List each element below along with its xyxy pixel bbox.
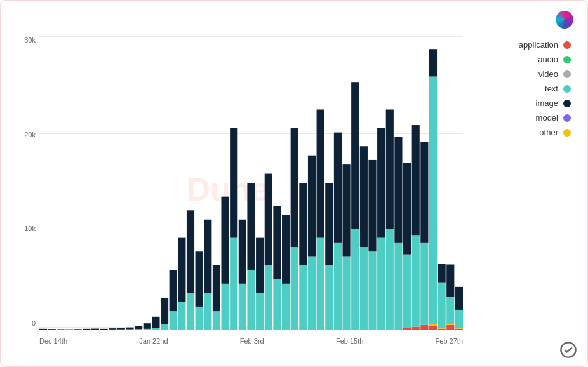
svg-rect-27 bbox=[187, 210, 194, 293]
svg-rect-41 bbox=[247, 183, 255, 270]
svg-rect-85 bbox=[429, 326, 437, 330]
svg-rect-24 bbox=[178, 302, 185, 330]
svg-rect-68 bbox=[368, 251, 376, 330]
svg-rect-49 bbox=[282, 215, 290, 284]
svg-rect-29 bbox=[196, 251, 203, 307]
svg-rect-62 bbox=[343, 257, 351, 330]
svg-rect-15 bbox=[135, 326, 142, 329]
svg-rect-63 bbox=[343, 164, 351, 256]
svg-rect-99 bbox=[455, 310, 463, 328]
legend-label-image: image bbox=[536, 98, 558, 108]
x-axis: Dec 14th Jan 22nd Feb 3rd Feb 15th Feb 2… bbox=[39, 337, 463, 345]
svg-rect-21 bbox=[161, 298, 168, 324]
legend-item-image: image bbox=[476, 98, 571, 108]
legend-dot-other bbox=[563, 129, 571, 137]
svg-rect-91 bbox=[438, 283, 446, 328]
svg-rect-25 bbox=[178, 238, 185, 302]
svg-rect-84 bbox=[420, 142, 428, 243]
svg-rect-48 bbox=[282, 284, 290, 330]
svg-rect-53 bbox=[299, 183, 307, 265]
svg-rect-22 bbox=[170, 311, 177, 330]
svg-rect-80 bbox=[412, 235, 420, 326]
legend-label-application: application bbox=[519, 40, 558, 50]
svg-rect-38 bbox=[239, 284, 246, 330]
svg-rect-18 bbox=[152, 328, 159, 330]
chart-header bbox=[11, 11, 577, 29]
svg-rect-32 bbox=[213, 311, 220, 330]
svg-rect-54 bbox=[308, 257, 316, 330]
x-label-feb27: Feb 27th bbox=[436, 337, 463, 345]
svg-rect-19 bbox=[152, 317, 159, 328]
avatar-icon bbox=[556, 11, 573, 29]
svg-rect-67 bbox=[360, 146, 368, 247]
svg-rect-66 bbox=[360, 247, 368, 330]
check-icon bbox=[559, 341, 577, 359]
svg-rect-43 bbox=[256, 238, 264, 293]
y-label-20k: 20k bbox=[24, 131, 39, 138]
legend-dot-application bbox=[563, 41, 571, 49]
svg-rect-89 bbox=[438, 329, 446, 330]
svg-rect-34 bbox=[222, 284, 229, 330]
y-label-10k: 10k bbox=[24, 225, 39, 232]
svg-rect-37 bbox=[230, 128, 237, 237]
svg-rect-59 bbox=[325, 183, 333, 265]
x-label-jan22: Jan 22nd bbox=[139, 337, 168, 345]
svg-rect-60 bbox=[334, 243, 342, 330]
svg-rect-92 bbox=[438, 264, 446, 283]
chart-area: 30k 20k 10k 0 Dune Dec 14th Jan 22nd Feb… bbox=[11, 34, 577, 345]
legend-item-text: text bbox=[476, 84, 571, 93]
svg-rect-7 bbox=[100, 329, 108, 330]
svg-rect-87 bbox=[429, 77, 437, 324]
svg-rect-26 bbox=[187, 293, 194, 330]
x-label-feb3: Feb 3rd bbox=[240, 337, 264, 345]
svg-rect-31 bbox=[204, 220, 211, 293]
svg-rect-35 bbox=[222, 197, 229, 284]
svg-rect-70 bbox=[377, 238, 385, 330]
svg-rect-75 bbox=[394, 137, 402, 243]
svg-rect-33 bbox=[213, 265, 220, 311]
svg-rect-79 bbox=[412, 327, 420, 330]
svg-rect-55 bbox=[308, 156, 316, 257]
svg-rect-95 bbox=[446, 297, 454, 324]
svg-rect-65 bbox=[351, 82, 359, 229]
svg-rect-71 bbox=[377, 128, 385, 237]
y-axis: 30k 20k 10k 0 bbox=[11, 34, 39, 345]
svg-rect-5 bbox=[83, 329, 90, 330]
chart-container: 30k 20k 10k 0 Dune Dec 14th Jan 22nd Feb… bbox=[0, 0, 588, 367]
y-label-0: 0 bbox=[32, 319, 39, 327]
svg-rect-44 bbox=[265, 265, 272, 330]
svg-rect-14 bbox=[135, 329, 142, 330]
y-label-30k: 30k bbox=[24, 36, 39, 44]
svg-rect-73 bbox=[386, 110, 394, 229]
svg-rect-61 bbox=[334, 133, 342, 243]
svg-rect-96 bbox=[446, 264, 454, 297]
legend-label-audio: audio bbox=[538, 55, 558, 64]
svg-rect-98 bbox=[455, 328, 463, 329]
legend: application audio video text image bbox=[476, 40, 571, 137]
svg-rect-56 bbox=[317, 238, 324, 330]
svg-rect-20 bbox=[161, 324, 168, 330]
svg-rect-13 bbox=[126, 328, 133, 330]
legend-label-model: model bbox=[536, 113, 558, 123]
legend-dot-text bbox=[563, 85, 571, 93]
legend-item-model: model bbox=[476, 113, 571, 123]
svg-rect-28 bbox=[196, 307, 203, 330]
svg-rect-77 bbox=[403, 255, 411, 328]
svg-rect-45 bbox=[265, 174, 272, 265]
svg-rect-40 bbox=[247, 270, 255, 330]
svg-rect-64 bbox=[351, 229, 359, 330]
x-label-feb15: Feb 15th bbox=[336, 337, 363, 345]
legend-dot-audio bbox=[563, 56, 571, 63]
attribution bbox=[556, 11, 577, 29]
svg-rect-0 bbox=[39, 329, 47, 330]
svg-rect-46 bbox=[273, 279, 281, 330]
svg-rect-76 bbox=[403, 328, 411, 330]
svg-rect-4 bbox=[74, 329, 82, 330]
legend-dot-model bbox=[563, 114, 571, 122]
svg-rect-11 bbox=[117, 328, 125, 330]
svg-rect-23 bbox=[170, 270, 177, 311]
legend-item-video: video bbox=[476, 69, 571, 79]
bar-chart-svg bbox=[39, 36, 463, 330]
svg-rect-50 bbox=[291, 247, 298, 330]
svg-rect-57 bbox=[317, 110, 324, 238]
